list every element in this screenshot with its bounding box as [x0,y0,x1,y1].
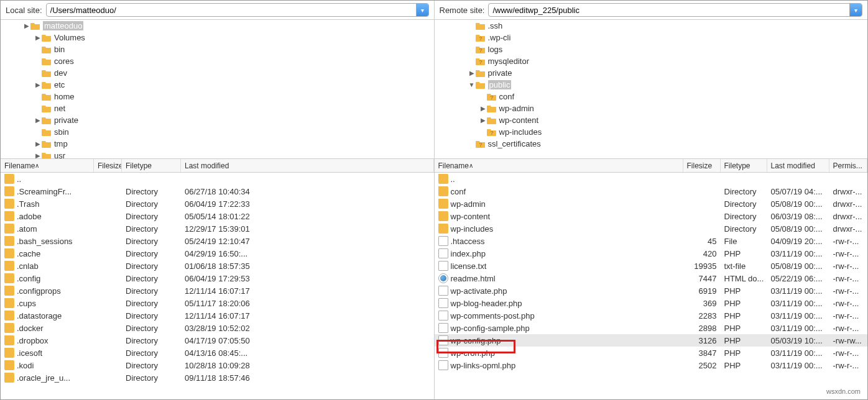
local-path-input[interactable] [47,4,416,16]
file-name: .. [451,175,455,184]
list-row[interactable]: .cnlabDirectory01/06/18 18:57:35 [1,260,434,272]
local-file-list[interactable]: ...ScreamingFr...Directory06/27/18 10:40… [1,173,434,399]
tree-item[interactable]: ▶tmp [1,138,434,150]
folder-icon [4,248,14,258]
remote-file-list[interactable]: ..confDirectory05/07/19 04:...drwxr-...w… [435,173,868,399]
tree-item[interactable]: ▼public [435,79,868,91]
expand-toggle[interactable]: ▶ [468,70,476,76]
tree-item[interactable]: ?ssl_certificates [435,138,868,150]
local-col-modified[interactable]: Last modified [181,159,434,172]
tree-item[interactable]: ▶etc [1,79,434,91]
tree-item[interactable]: net [1,102,434,114]
folder-unknown-icon: ? [487,127,497,137]
remote-path-dropdown[interactable]: ▾ [849,4,862,16]
file-mod: 12/11/14 16:07:17 [181,286,361,296]
file-mod: 04/09/19 20:... [767,237,829,246]
list-row[interactable]: wp-blog-header.php369PHP03/11/19 00:...-… [435,297,868,309]
tree-item[interactable]: ?logs [435,43,868,55]
remote-path-input[interactable] [489,4,849,16]
list-row[interactable]: wp-config-sample.php2898PHP03/11/19 00:.… [435,322,868,334]
list-row[interactable]: .configpropsDirectory12/11/14 16:07:17 [1,284,434,297]
file-type: HTML do... [721,274,767,283]
tree-item[interactable]: ?wp-includes [435,126,868,138]
tree-item[interactable]: ?mysqleditor [435,55,868,67]
tree-item[interactable]: ▶usr [1,150,434,159]
tree-item[interactable]: ▶private [435,67,868,79]
list-row[interactable]: .dockerDirectory03/28/19 10:52:02 [1,322,434,334]
local-col-filename[interactable]: Filename [1,159,94,172]
local-tree[interactable]: ▶matteoduo▶Volumesbincoresdev▶etchomenet… [1,20,434,159]
remote-col-filesize[interactable]: Filesize [683,159,721,172]
list-row[interactable]: .dropboxDirectory04/17/19 07:05:50 [1,334,434,347]
list-row[interactable]: .kodiDirectory10/28/18 10:09:28 [1,359,434,371]
local-path-combo[interactable]: ▾ [46,3,429,17]
list-row[interactable]: .datastorageDirectory12/11/14 16:07:17 [1,309,434,322]
list-row[interactable]: wp-links-opml.php2502PHP03/11/19 00:...-… [435,359,868,371]
file-mod: 05/08/19 00:... [767,224,829,234]
tree-item[interactable]: ▶matteoduo [1,20,434,32]
folder-icon [4,348,14,358]
tree-item-label: net [54,104,65,113]
list-row[interactable]: .bash_sessionsDirectory05/24/19 12:10:47 [1,235,434,247]
list-row[interactable]: license.txt19935txt-file05/08/19 00:...-… [435,260,868,272]
list-row[interactable]: .configDirectory06/04/19 17:29:53 [1,272,434,284]
list-row[interactable]: .adobeDirectory05/05/14 18:01:22 [1,210,434,222]
local-col-filetype[interactable]: Filetype [122,159,181,172]
file-mod: 12/11/14 16:07:17 [181,311,361,320]
list-row[interactable]: .oracle_jre_u...Directory09/11/18 18:57:… [1,371,434,384]
list-row[interactable]: wp-activate.php6919PHP03/11/19 00:...-rw… [435,284,868,297]
tree-item-label: wp-content [499,116,539,125]
tree-item[interactable]: .ssh [435,20,868,32]
tree-item[interactable]: bin [1,43,434,55]
local-path-dropdown[interactable]: ▾ [416,4,428,16]
list-row[interactable]: readme.html7447HTML do...05/22/19 06:...… [435,272,868,284]
remote-tree[interactable]: .ssh?.wp-cli?logs?mysqleditor▶private▼pu… [435,20,868,159]
tree-item-label: usr [54,151,65,159]
tree-item[interactable]: ▶wp-admin [435,102,868,114]
list-row[interactable]: .htaccess45File04/09/19 20:...-rw-r-... [435,235,868,247]
remote-site-bar: Remote site: ▾ [435,1,868,20]
tree-item-label: cores [54,57,74,66]
file-perm: -rw-r-... [829,348,864,358]
list-row[interactable]: .cupsDirectory05/11/17 18:20:06 [1,297,434,309]
list-row[interactable]: wp-comments-post.php2283PHP03/11/19 00:.… [435,309,868,322]
expand-toggle[interactable]: ▶ [34,152,42,159]
remote-col-filetype[interactable]: Filetype [721,159,767,172]
tree-item[interactable]: home [1,91,434,102]
expand-toggle[interactable]: ▶ [34,140,42,147]
list-row[interactable]: .ScreamingFr...Directory06/27/18 10:40:3… [1,185,434,198]
remote-path-combo[interactable]: ▾ [488,3,862,17]
list-row[interactable]: .icesoftDirectory04/13/16 08:45:... [1,347,434,359]
expand-toggle[interactable]: ▶ [34,81,42,88]
remote-col-filename[interactable]: Filename [435,159,683,172]
list-row[interactable]: wp-adminDirectory05/08/19 00:...drwxr-..… [435,198,868,210]
list-row[interactable]: .. [1,173,434,185]
list-row[interactable]: index.php420PHP03/11/19 00:...-rw-r-... [435,247,868,260]
tree-item[interactable]: ▶private [1,114,434,126]
expand-toggle[interactable]: ▶ [34,117,42,124]
expand-toggle[interactable]: ▶ [23,22,30,29]
list-row[interactable]: .cacheDirectory04/29/19 16:50:... [1,247,434,260]
expand-toggle[interactable]: ▶ [34,34,42,41]
tree-item[interactable]: cores [1,55,434,67]
expand-toggle[interactable]: ▶ [479,105,487,112]
list-row[interactable]: .TrashDirectory06/04/19 17:22:33 [1,198,434,210]
expand-toggle[interactable]: ▼ [468,81,476,88]
tree-item[interactable]: ▶wp-content [435,114,868,126]
remote-col-modified[interactable]: Last modified [767,159,829,172]
list-row[interactable]: wp-contentDirectory06/03/19 08:...drwxr-… [435,210,868,222]
list-row[interactable]: wp-includesDirectory05/08/19 00:...drwxr… [435,222,868,235]
list-row[interactable]: .atomDirectory12/29/17 15:39:01 [1,222,434,235]
remote-col-permissions[interactable]: Permis... [829,159,868,172]
tree-item[interactable]: ▶Volumes [1,32,434,43]
tree-item[interactable]: ?conf [435,91,868,102]
list-row[interactable]: .. [435,173,868,185]
list-row[interactable]: confDirectory05/07/19 04:...drwxr-... [435,185,868,198]
expand-toggle[interactable]: ▶ [479,117,487,124]
local-list-header[interactable]: Filename Filesize Filetype Last modified [1,159,434,173]
tree-item[interactable]: sbin [1,126,434,138]
tree-item[interactable]: dev [1,67,434,79]
tree-item[interactable]: ?.wp-cli [435,32,868,43]
local-col-filesize[interactable]: Filesize [94,159,122,172]
remote-list-header[interactable]: Filename Filesize Filetype Last modified… [435,159,868,173]
